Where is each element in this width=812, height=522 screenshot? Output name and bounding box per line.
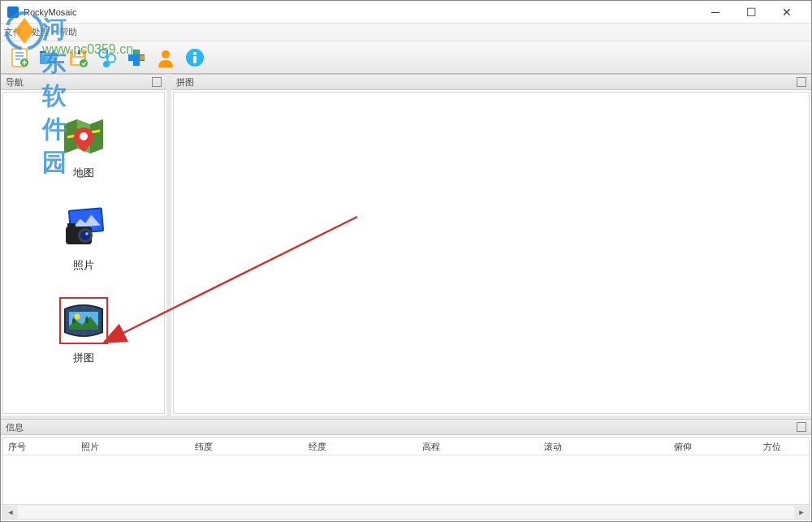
upper-panels: 导航 [1,74,811,416]
nav-body: 地图 [2,92,165,414]
process-icon [96,46,119,69]
svg-point-9 [103,61,110,67]
plugin-button[interactable] [123,44,150,71]
svg-point-6 [80,59,88,67]
table-rows [3,455,809,504]
open-button[interactable] [35,44,63,71]
nav-label-mosaic: 拼图 [73,351,94,365]
info-body: 序号 照片 纬度 经度 高程 滚动 俯仰 方位 ◄ ► [2,437,810,520]
dock-toggle-icon[interactable] [797,422,806,432]
col-azimuth[interactable]: 方位 [758,438,799,455]
photo-icon [61,205,106,251]
new-project-icon [8,46,31,69]
mosaic-icon [61,299,106,343]
save-icon [67,46,89,69]
main-panel-header: 拼图 [171,74,811,90]
col-elevation[interactable]: 高程 [417,438,539,455]
content-area: 导航 [1,74,811,521]
nav-label-photo: 照片 [73,258,94,273]
menubar: 文件 处理 帮助 [1,24,811,41]
window-controls: ─ ☐ ✕ [698,1,805,24]
col-pitch[interactable]: 俯仰 [669,438,758,455]
svg-point-14 [193,52,197,55]
col-longitude[interactable]: 经度 [304,438,417,455]
nav-item-mosaic[interactable]: 拼图 [56,294,111,382]
save-button[interactable] [64,44,92,71]
app-icon [7,6,19,18]
svg-point-10 [134,50,139,54]
nav-item-map[interactable]: 地图 [56,109,111,196]
nav-panel-header: 导航 [1,74,166,90]
main-body[interactable] [173,92,810,414]
svg-rect-15 [193,56,197,63]
new-project-button[interactable] [6,44,33,71]
svg-point-11 [140,55,145,60]
nav-panel: 导航 [1,74,171,416]
nav-panel-title: 导航 [6,76,24,88]
plugin-icon [125,46,148,69]
user-button[interactable] [152,44,179,71]
titlebar: RockyMosaic ─ ☐ ✕ [1,1,811,24]
horizontal-scrollbar[interactable]: ◄ ► [3,504,809,519]
svg-point-16 [80,132,88,140]
map-icon [61,113,106,158]
dock-toggle-icon[interactable] [152,77,162,87]
dock-toggle-icon[interactable] [797,77,806,87]
open-icon [37,46,60,69]
nav-item-photo[interactable]: 照片 [56,201,111,289]
table-header: 序号 照片 纬度 经度 高程 滚动 俯仰 方位 [3,438,809,455]
menu-help[interactable]: 帮助 [59,26,77,38]
col-latitude[interactable]: 纬度 [190,438,304,455]
main-panel: 拼图 [171,74,811,416]
menu-process[interactable]: 处理 [32,26,50,38]
toolbar [1,41,811,74]
nav-label-map: 地图 [73,166,94,180]
col-sequence[interactable]: 序号 [3,438,76,455]
user-icon [154,46,177,69]
info-button[interactable] [181,44,209,71]
scroll-left-icon[interactable]: ◄ [3,506,18,519]
svg-rect-23 [67,223,76,228]
maximize-button[interactable]: ☐ [733,1,769,24]
minimize-button[interactable]: ─ [698,1,733,24]
info-icon [184,46,206,69]
svg-point-8 [107,54,115,63]
svg-point-21 [80,231,90,240]
svg-point-12 [162,50,170,58]
window-title: RockyMosaic [24,7,698,17]
info-panel-title: 信息 [6,421,24,434]
svg-point-22 [85,232,89,235]
col-photo[interactable]: 照片 [76,438,190,455]
info-panel-header: 信息 [1,419,811,435]
process-button[interactable] [93,44,121,71]
info-panel: 信息 序号 照片 纬度 经度 高程 滚动 俯仰 方位 ◄ ► [1,416,811,521]
close-button[interactable]: ✕ [769,1,805,24]
main-panel-title: 拼图 [176,76,194,88]
svg-rect-4 [78,50,80,54]
svg-point-25 [75,314,80,320]
col-roll[interactable]: 滚动 [539,438,669,455]
scroll-right-icon[interactable]: ► [794,506,809,519]
scroll-track[interactable] [18,506,794,519]
app-window: RockyMosaic ─ ☐ ✕ 文件 处理 帮助 [0,0,812,522]
menu-file[interactable]: 文件 [4,26,22,38]
